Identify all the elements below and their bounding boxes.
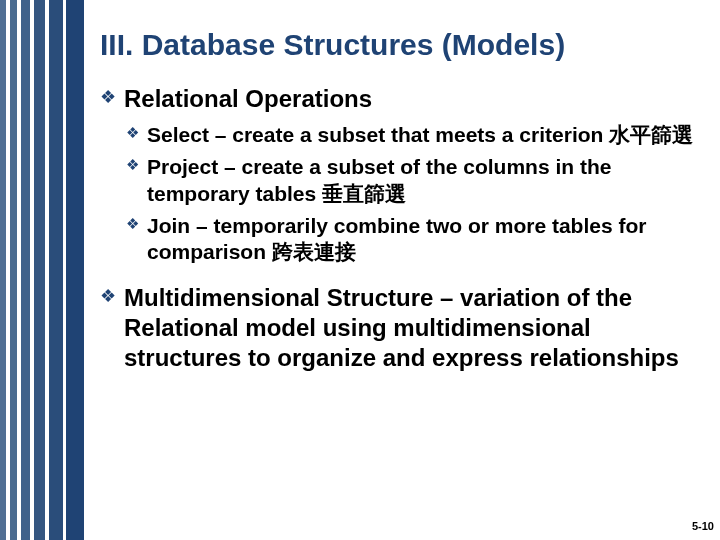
left-stripes bbox=[0, 0, 84, 540]
text-multidimensional: Multidimensional Structure – variation o… bbox=[124, 283, 710, 373]
diamond-bullet-icon: ❖ bbox=[100, 87, 116, 109]
diamond-bullet-icon: ❖ bbox=[126, 156, 139, 174]
bullet-multidimensional: ❖ Multidimensional Structure – variation… bbox=[100, 283, 710, 373]
page-number: 5-10 bbox=[692, 520, 714, 532]
bullet-select: ❖ Select – create a subset that meets a … bbox=[100, 122, 710, 148]
bullet-join: ❖ Join – temporarily combine two or more… bbox=[100, 213, 710, 266]
slide-title: III. Database Structures (Models) bbox=[100, 28, 710, 62]
content-area: III. Database Structures (Models) ❖ Rela… bbox=[100, 28, 710, 500]
text-join: Join – temporarily combine two or more t… bbox=[147, 213, 710, 266]
bullet-relational-operations: ❖ Relational Operations bbox=[100, 84, 710, 114]
diamond-bullet-icon: ❖ bbox=[126, 124, 139, 142]
slide: III. Database Structures (Models) ❖ Rela… bbox=[0, 0, 720, 540]
bullet-project: ❖ Project – create a subset of the colum… bbox=[100, 154, 710, 207]
text-select: Select – create a subset that meets a cr… bbox=[147, 122, 693, 148]
text-project: Project – create a subset of the columns… bbox=[147, 154, 710, 207]
text-relational-operations: Relational Operations bbox=[124, 84, 372, 114]
diamond-bullet-icon: ❖ bbox=[126, 215, 139, 233]
diamond-bullet-icon: ❖ bbox=[100, 286, 116, 308]
